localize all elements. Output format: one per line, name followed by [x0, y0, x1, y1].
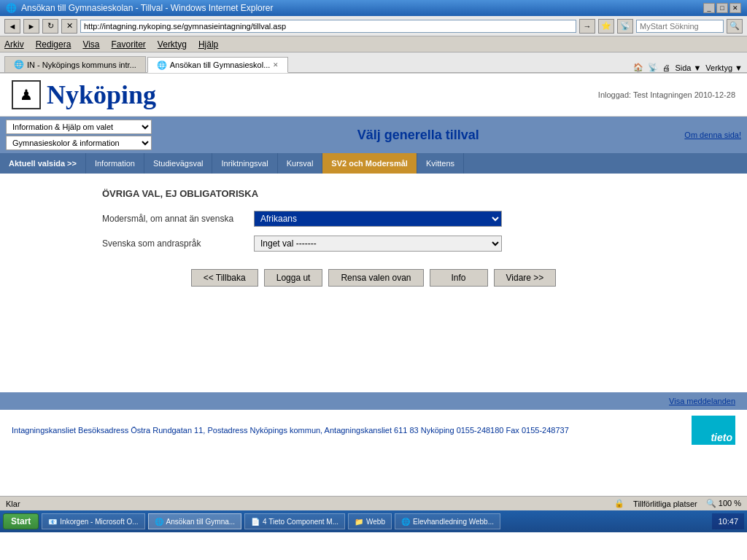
nav-dropdown-2[interactable]: Gymnasieskolor & information — [6, 136, 152, 150]
back-button[interactable]: << Tillbaka — [191, 269, 258, 287]
tab-in[interactable]: 🌐 IN - Nyköpings kommuns intr... — [4, 56, 146, 72]
footer-text: Intagningskansliet Besöksadress Östra Ru… — [12, 426, 569, 435]
page-header: ♟ Nyköping Inloggad: Test Intagningen 20… — [0, 74, 747, 117]
tab-ansökan-icon: 🌐 — [157, 61, 167, 70]
help-link-area: Om denna sida! — [684, 130, 741, 140]
breadcrumb-current-page[interactable]: Aktuell valsida >> — [0, 153, 86, 174]
taskbar-item-3[interactable]: 📁 Webb — [348, 513, 392, 529]
taskbar-icon-1: 🌐 — [155, 518, 163, 526]
logout-button[interactable]: Logga ut — [264, 269, 323, 287]
browser-icon: 🌐 — [6, 3, 17, 13]
nav-dropdowns: Information & Hjälp om valet Gymnasiesko… — [6, 120, 152, 150]
taskbar-item-0[interactable]: 📧 Inkorgen - Microsoft O... — [42, 513, 144, 529]
title-bar-controls[interactable]: _ □ ✕ — [703, 3, 741, 13]
page-wrapper: ♟ Nyköping Inloggad: Test Intagningen 20… — [0, 73, 747, 496]
window-title: Ansökan till Gymnasieskolan - Tillval - … — [21, 3, 273, 13]
taskbar-time: 10:47 — [718, 517, 738, 526]
status-left: Klar — [6, 499, 20, 508]
stop-button[interactable]: ✕ — [61, 19, 77, 34]
title-bar-left: 🌐 Ansökan till Gymnasieskolan - Tillval … — [6, 3, 273, 13]
show-messages-link[interactable]: Visa meddelanden — [669, 397, 735, 405]
logo-icon: ♟ — [12, 80, 41, 109]
tab-ansökan[interactable]: 🌐 Ansökan till Gymnasieskol... ✕ — [147, 57, 289, 73]
nav-area: Information & Hjälp om valet Gymnasiesko… — [0, 117, 747, 153]
minimize-button[interactable]: _ — [703, 3, 715, 13]
home-button[interactable]: 🏠 — [633, 63, 643, 72]
menu-redigera[interactable]: Redigera — [36, 39, 71, 50]
label-modersmal: Modersmål, om annat än svenska — [102, 214, 248, 224]
taskbar-item-2[interactable]: 📄 4 Tieto Component M... — [244, 513, 345, 529]
tabs-bar: 🌐 IN - Nyköpings kommuns intr... 🌐 Ansök… — [0, 52, 747, 73]
address-input[interactable] — [80, 20, 576, 33]
menu-verktyg[interactable]: Verktyg — [158, 39, 187, 50]
breadcrumb-information[interactable]: Information — [86, 153, 144, 174]
start-button[interactable]: Start — [3, 513, 39, 529]
tieto-logo: tieto — [692, 416, 735, 445]
breadcrumb-kursval[interactable]: Kursval — [278, 153, 323, 174]
tab-in-label: IN - Nyköpings kommuns intr... — [27, 61, 136, 69]
search-go-button[interactable]: 🔍 — [727, 19, 743, 34]
footer-info: Intagningskansliet Besöksadress Östra Ru… — [0, 410, 747, 451]
breadcrumb-kvittens[interactable]: Kvittens — [417, 153, 464, 174]
page-footer: Visa meddelanden — [0, 392, 747, 410]
logo-area: ♟ Nyköping — [12, 79, 156, 110]
taskbar-icon-4: 🌐 — [401, 518, 410, 526]
tieto-label: tieto — [711, 432, 732, 443]
status-right: 🔒 Tillförlitliga platser 🔍 100 % — [614, 499, 741, 508]
menu-arkiv[interactable]: Arkiv — [4, 39, 24, 50]
breadcrumb-inriktning[interactable]: Inriktningsval — [212, 153, 277, 174]
breadcrumb-studievag[interactable]: Studievägsval — [144, 153, 213, 174]
menu-visa[interactable]: Visa — [82, 39, 99, 50]
info-button[interactable]: Info — [430, 269, 488, 287]
taskbar-icon-3: 📁 — [355, 518, 363, 526]
go-button[interactable]: → — [579, 19, 595, 34]
clear-button[interactable]: Rensa valen ovan — [328, 269, 423, 287]
form-row-svenska: Svenska som andraspråk Inget val ------- — [102, 236, 645, 252]
select-svenska[interactable]: Inget val ------- — [254, 236, 502, 252]
taskbar-item-4[interactable]: 🌐 Elevhandledning Webb... — [395, 513, 500, 529]
feeds-button[interactable]: 📡 — [617, 19, 633, 34]
zoom-text: 🔍 100 % — [706, 499, 741, 508]
address-bar: ◄ ► ↻ ✕ → ⭐ 📡 🔍 — [0, 16, 747, 36]
status-text: Klar — [6, 499, 20, 508]
select-modersmal[interactable]: Afrikaans — [254, 211, 502, 227]
back-nav-button[interactable]: ◄ — [4, 19, 20, 34]
security-icon: 🔒 — [614, 499, 624, 508]
help-link[interactable]: Om denna sida! — [684, 131, 741, 139]
section-title: ÖVRIGA VAL, EJ OBLIGATORISKA — [102, 188, 645, 199]
toolbar-right: 🏠 📡 🖨 Sida ▼ Verktyg ▼ — [633, 63, 743, 72]
nav-dropdown-1[interactable]: Information & Hjälp om valet — [6, 120, 152, 134]
logo-text: Nyköping — [47, 79, 156, 110]
status-bar: Klar 🔒 Tillförlitliga platser 🔍 100 % — [0, 496, 747, 510]
nav-title-area: Välj generella tillval — [152, 128, 684, 143]
taskbar: Start 📧 Inkorgen - Microsoft O... 🌐 Ansö… — [0, 510, 747, 532]
menu-favoriter[interactable]: Favoriter — [112, 39, 146, 50]
restore-button[interactable]: □ — [716, 3, 728, 13]
breadcrumb-sv2[interactable]: SV2 och Modersmål — [322, 153, 417, 174]
header-right: Inloggad: Test Intagningen 2010-12-28 — [598, 90, 735, 99]
forward-nav-button[interactable]: ► — [23, 19, 39, 34]
form-row-modersmal: Modersmål, om annat än svenska Afrikaans — [102, 211, 645, 227]
rss-button[interactable]: 📡 — [648, 63, 658, 72]
buttons-row: << Tillbaka Logga ut Rensa valen ovan In… — [102, 269, 645, 287]
taskbar-item-1[interactable]: 🌐 Ansökan till Gymna... — [148, 513, 241, 529]
close-button[interactable]: ✕ — [729, 3, 741, 13]
label-svenska: Svenska som andraspråk — [102, 238, 248, 249]
next-button[interactable]: Vidare >> — [494, 269, 557, 287]
tab-in-icon: 🌐 — [14, 60, 24, 69]
form-table: Modersmål, om annat än svenska Afrikaans… — [102, 211, 645, 252]
print-button[interactable]: 🖨 — [662, 63, 670, 72]
security-text: Tillförlitliga platser — [633, 499, 697, 508]
search-input[interactable] — [636, 20, 724, 33]
taskbar-icon-2: 📄 — [251, 518, 260, 526]
menu-hjalp[interactable]: Hjälp — [198, 39, 218, 50]
taskbar-right: 10:47 — [712, 513, 744, 529]
breadcrumb-nav: Aktuell valsida >> Information Studieväg… — [0, 153, 747, 174]
page-menu[interactable]: Sida ▼ — [675, 63, 701, 72]
tools-menu[interactable]: Verktyg ▼ — [705, 63, 743, 72]
refresh-button[interactable]: ↻ — [42, 19, 58, 34]
tab-ansökan-label: Ansökan till Gymnasieskol... — [170, 61, 271, 69]
tab-close-button[interactable]: ✕ — [273, 61, 279, 69]
main-content: ÖVRIGA VAL, EJ OBLIGATORISKA Modersmål, … — [0, 174, 747, 392]
favorites-button[interactable]: ⭐ — [598, 19, 614, 34]
